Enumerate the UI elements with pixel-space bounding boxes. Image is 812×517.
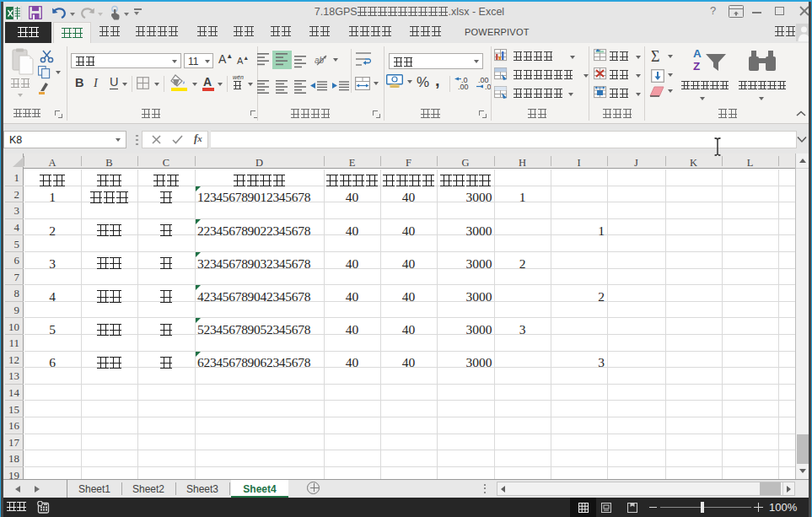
svg-text:ab: ab bbox=[315, 56, 325, 65]
svg-text:.00: .00 bbox=[458, 83, 469, 90]
